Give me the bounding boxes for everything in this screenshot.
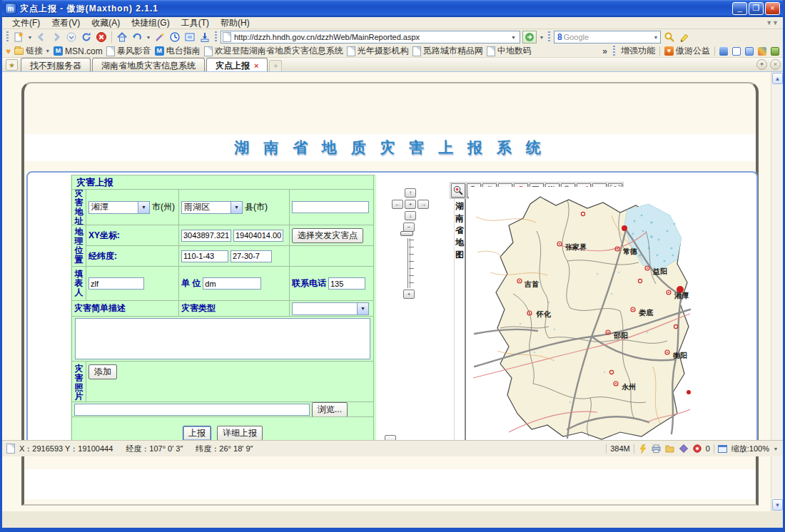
close-button[interactable]: ×: [765, 2, 780, 15]
tab-close-icon[interactable]: ×: [254, 61, 258, 70]
bookmarks-overflow-icon[interactable]: »: [602, 46, 607, 56]
popup-blocker-icon[interactable]: [692, 444, 702, 454]
messenger-icon[interactable]: [719, 47, 728, 56]
address-dropdown-icon[interactable]: ▼: [509, 35, 518, 40]
unit-input[interactable]: [203, 277, 261, 290]
bookmark-item[interactable]: 欢迎登陆湖南省地质灾害信息系统: [204, 45, 343, 57]
tab-server-not-found[interactable]: 找不到服务器: [21, 58, 91, 71]
zoom-slider-track[interactable]: [406, 238, 415, 288]
new-tab-dropdown-icon[interactable]: ▼: [27, 35, 33, 40]
go-dropdown-icon[interactable]: ▼: [539, 35, 545, 40]
tab-disaster-report[interactable]: 灾点上报×: [206, 58, 268, 71]
forward-icon[interactable]: [50, 31, 63, 44]
search-magnifier-icon[interactable]: [663, 31, 676, 44]
zoom-window-icon[interactable]: [718, 444, 728, 454]
zoom-level[interactable]: 缩放:100%: [731, 444, 769, 454]
undo-icon[interactable]: [131, 31, 143, 44]
zoom-dropdown-icon[interactable]: ▼: [773, 446, 779, 451]
tab-tools-wrench-icon[interactable]: ✦: [756, 59, 767, 70]
magic-wand-icon[interactable]: [153, 31, 166, 44]
new-tab-icon[interactable]: [12, 31, 25, 44]
toolbar-grip[interactable]: [613, 46, 615, 57]
bookmark-item[interactable]: 光年摄影机构: [347, 45, 409, 57]
address-detail-input[interactable]: [292, 201, 369, 213]
refresh-icon[interactable]: [80, 31, 93, 44]
favorites-heart-icon[interactable]: ♥: [6, 46, 11, 56]
undo-dropdown-icon[interactable]: ▼: [146, 35, 151, 40]
menu-tools[interactable]: 工具(T): [176, 16, 215, 30]
menu-file[interactable]: 文件(F): [6, 16, 46, 30]
menu-groups[interactable]: 快捷组(G): [126, 16, 175, 30]
pick-disaster-point-button[interactable]: 选择突发灾害点: [292, 228, 363, 243]
tab-bar-close-icon[interactable]: ×: [770, 59, 781, 70]
address-bar[interactable]: http://dzzh.hndh.gov.cn/dzzhWeb/MainRepo…: [221, 31, 520, 44]
detail-submit-button[interactable]: 详细上报: [217, 426, 263, 441]
tab-info-system[interactable]: 湖南省地质灾害信息系统: [92, 58, 205, 71]
y-coordinate-input[interactable]: [233, 230, 283, 242]
notes-icon[interactable]: [745, 47, 754, 56]
phone-input[interactable]: [328, 277, 365, 290]
printer-icon[interactable]: [652, 444, 662, 454]
history-clock-icon[interactable]: [168, 31, 181, 44]
highlighter-icon[interactable]: [678, 31, 691, 44]
file-path-input[interactable]: [74, 404, 310, 416]
menu-view[interactable]: 查看(V): [46, 16, 86, 30]
toolbar-grip[interactable]: [215, 31, 217, 43]
scroll-down-icon[interactable]: ▼: [772, 499, 783, 511]
pan-right-button[interactable]: →: [417, 200, 429, 209]
reporter-name-input[interactable]: [88, 277, 144, 290]
window-split-icon[interactable]: [732, 47, 741, 56]
longitude-input[interactable]: [181, 250, 228, 262]
search-dropdown-icon[interactable]: ▼: [653, 35, 659, 40]
bookmark-item[interactable]: 暴风影音: [106, 45, 151, 57]
menu-help[interactable]: 帮助(H): [215, 16, 255, 30]
x-coordinate-input[interactable]: [181, 230, 231, 242]
restore-button[interactable]: ❒: [749, 2, 764, 15]
enhance-features-link[interactable]: 增强功能: [621, 45, 655, 57]
minimize-button[interactable]: _: [732, 2, 747, 15]
add-photo-button[interactable]: 添加: [88, 364, 117, 379]
pan-down-button[interactable]: ↓: [405, 211, 416, 220]
map-layer-strip[interactable]: 湖南省地图: [454, 199, 466, 449]
submit-button[interactable]: 上报: [183, 426, 211, 441]
go-button[interactable]: [522, 31, 537, 44]
pan-left-button[interactable]: ←: [392, 200, 403, 209]
search-box[interactable]: 8 Google ▼: [554, 31, 661, 44]
bookmark-item[interactable]: 觅路城市精品网: [412, 45, 483, 57]
tab-list-star-icon[interactable]: ★: [6, 59, 18, 71]
home-icon[interactable]: [116, 31, 128, 44]
download-icon[interactable]: [198, 31, 211, 44]
boost-lightning-icon[interactable]: [638, 444, 648, 454]
zoom-slider-handle[interactable]: [400, 231, 413, 236]
zoom-in-step-button[interactable]: +: [403, 290, 415, 299]
new-tab-ghost[interactable]: +: [269, 60, 282, 71]
stop-icon[interactable]: [95, 31, 108, 44]
city-select[interactable]: 湘潭▼: [88, 201, 150, 214]
bookmark-item[interactable]: M电台指南: [155, 45, 201, 57]
pan-center-button[interactable]: +: [405, 200, 416, 209]
menu-collapse-icon[interactable]: ▼▼: [766, 19, 779, 26]
menu-favorites[interactable]: 收藏(A): [86, 16, 126, 30]
bookmark-item[interactable]: MMSN.com: [54, 46, 103, 56]
bookmark-item[interactable]: 中地数码: [487, 45, 532, 57]
browse-button[interactable]: 浏览...: [312, 402, 348, 417]
plugin-box-icon[interactable]: [771, 47, 779, 56]
folder-icon[interactable]: [665, 444, 675, 454]
snap-frame-icon[interactable]: [183, 31, 196, 44]
back-icon[interactable]: [35, 31, 48, 44]
county-select[interactable]: 雨湖区▼: [181, 201, 243, 214]
disaster-type-select[interactable]: ▼: [292, 302, 369, 315]
zoom-in-icon[interactable]: [451, 183, 465, 198]
maxthon-charity-link[interactable]: ♥傲游公益: [664, 45, 710, 57]
latitude-input[interactable]: [231, 250, 272, 262]
description-textarea[interactable]: [75, 318, 370, 359]
map-svg[interactable]: 张家界常德益阳吉首湘潭娄底怀化邵阳衡阳永州: [469, 187, 692, 446]
skins-icon[interactable]: [758, 47, 766, 56]
bookmark-links-folder[interactable]: 链接▼: [14, 45, 50, 57]
proxy-diamond-icon[interactable]: [679, 444, 689, 454]
toolbar-grip[interactable]: [548, 31, 550, 43]
history-dropdown-icon[interactable]: [65, 31, 78, 44]
toolbar-grip[interactable]: [6, 31, 9, 43]
map-container[interactable]: 张家界常德益阳吉首湘潭娄底怀化邵阳衡阳永州: [469, 187, 692, 446]
scroll-up-icon[interactable]: ▲: [772, 73, 783, 84]
